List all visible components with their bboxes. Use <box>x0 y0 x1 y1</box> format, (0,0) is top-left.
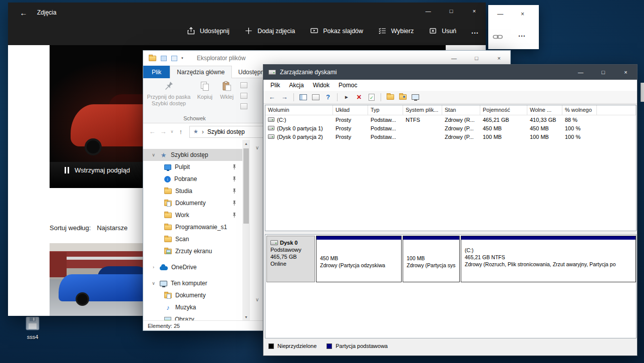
tab-home[interactable]: Narzędzia główne <box>170 66 231 78</box>
legend-label: Nieprzydzielone <box>277 343 316 349</box>
more-options-button[interactable]: ... <box>471 27 479 35</box>
delete-button[interactable]: Usuń <box>429 27 456 35</box>
share-button[interactable]: Udostępnij <box>187 27 229 35</box>
sidebar-item-programowanie-s1[interactable]: Programowanie_s1 <box>143 221 242 233</box>
sidebar-item-this-pc[interactable]: ∨ Ten komputer <box>143 277 242 289</box>
link-icon[interactable] <box>493 34 503 40</box>
minimize-button[interactable]: — <box>417 3 440 19</box>
sidebar-item-documents-pc[interactable]: Dokumenty <box>143 289 242 301</box>
table-row[interactable]: (Dysk 0 partycja 1) Prosty Podstaw... Zd… <box>265 124 636 132</box>
sort-dropdown[interactable]: Najstarsze <box>97 224 127 232</box>
diskmgmt-titlebar[interactable]: Zarządzanie dyskami — □ × <box>263 65 637 80</box>
forward-icon[interactable]: → <box>280 93 289 102</box>
sidebar-item-downloads[interactable]: ↓ Pobrane <box>143 173 242 185</box>
volume-icon <box>268 117 274 122</box>
cut-icon[interactable] <box>240 82 247 88</box>
menu-file[interactable]: Plik <box>266 80 284 90</box>
sidebar-item-studia[interactable]: Studia <box>143 185 242 197</box>
column-header[interactable]: Typ <box>368 105 403 115</box>
expander-icon[interactable]: ∨ <box>151 281 156 286</box>
add-photos-button[interactable]: Dodaj zdjęcia <box>244 27 295 35</box>
minimize-button[interactable]: — <box>443 51 465 66</box>
column-header[interactable]: Stan <box>442 105 480 115</box>
partition-recovery[interactable]: 450 MB Zdrowy (Partycja odzyskiwa <box>316 236 402 282</box>
table-row[interactable]: (C:) Prosty Podstaw... NTFS Zdrowy (R...… <box>265 115 636 124</box>
help-icon[interactable]: ? <box>324 93 333 102</box>
minimize-button[interactable]: — <box>569 65 592 80</box>
back-icon[interactable]: ← <box>16 6 31 20</box>
menu-view[interactable]: Widok <box>308 80 334 90</box>
computer-icon <box>160 281 167 286</box>
more-options-button[interactable]: ... <box>518 30 526 38</box>
qat-properties-icon[interactable] <box>161 56 167 61</box>
close-button[interactable]: × <box>463 3 486 19</box>
group-collapse-icon[interactable]: ∨ <box>255 145 259 150</box>
expander-icon[interactable]: ∨ <box>151 152 156 157</box>
sidebar-item-quick-access[interactable]: ∨ ★ Szybki dostęp <box>143 149 242 161</box>
paste-button[interactable]: Wklej <box>216 81 237 100</box>
sidebar-item-documents[interactable]: Dokumenty <box>143 197 242 209</box>
partition-system[interactable]: 100 MB Zdrowy (Partycja sys <box>403 236 460 282</box>
open-folder-icon[interactable] <box>386 93 395 102</box>
mark-partition-icon[interactable]: ✓ <box>367 93 376 102</box>
column-header[interactable]: Wolumin <box>265 105 333 115</box>
pin-to-quick-access-button[interactable]: Przypnij do paska Szybki dostęp <box>145 81 192 107</box>
breadcrumb-chevron-icon[interactable]: › <box>202 128 204 135</box>
action-pane-icon[interactable] <box>311 93 320 102</box>
maximize-button[interactable]: □ <box>465 51 488 66</box>
back-icon[interactable]: ← <box>267 93 276 102</box>
close-button[interactable]: × <box>521 11 524 18</box>
delete-volume-icon[interactable]: × <box>355 93 364 102</box>
floppy-icon <box>25 316 40 331</box>
desktop-icon-sss4[interactable]: sss4 <box>13 316 52 340</box>
table-row[interactable]: (Dysk 0 partycja 2) Prosty Podstaw... Zd… <box>265 132 636 141</box>
maximize-button[interactable]: □ <box>440 3 463 19</box>
minimize-button[interactable]: — <box>497 11 503 18</box>
scrollbar-thumb[interactable] <box>243 148 249 224</box>
sidebar-scrollbar[interactable]: ▲ ▼ <box>242 140 250 321</box>
column-header[interactable]: Układ <box>333 105 368 115</box>
photos-titlebar[interactable]: ← Zdjęcia — □ × Udostępnij Dodaj <box>8 3 486 45</box>
sidebar-item-desktop[interactable]: Pulpit <box>143 161 242 173</box>
copy-button[interactable]: Kopiuj <box>194 81 216 100</box>
sidebar-item-screenshots[interactable]: Zrzuty ekranu <box>143 245 242 257</box>
sidebar-item-onedrive[interactable]: › OneDrive <box>143 261 242 273</box>
console-tree-icon[interactable] <box>298 93 307 102</box>
column-header[interactable]: Wolne ... <box>527 105 562 115</box>
scroll-up-icon[interactable]: ▲ <box>242 140 250 148</box>
pointer-icon[interactable]: ► <box>342 93 351 102</box>
recent-locations-icon[interactable]: ∨ <box>169 129 175 134</box>
disk0-label[interactable]: Dysk 0 Podstawowy 465,75 GB Online <box>266 236 315 282</box>
qat-newfolder-icon[interactable] <box>171 56 177 61</box>
maximize-button[interactable]: □ <box>592 65 614 80</box>
column-header[interactable]: % wolnego <box>562 105 597 115</box>
group-collapse-icon[interactable]: ∨ <box>255 297 259 302</box>
close-button[interactable]: × <box>488 51 510 66</box>
column-header[interactable]: System plik... <box>403 105 442 115</box>
column-header[interactable]: Pojemność <box>480 105 527 115</box>
menu-help[interactable]: Pomoc <box>334 80 362 90</box>
close-button[interactable]: × <box>614 65 637 80</box>
copy-path-icon[interactable] <box>240 93 247 99</box>
forward-button[interactable]: → <box>158 128 169 135</box>
select-button[interactable]: Wybierz <box>378 27 414 35</box>
paste-shortcut-icon[interactable] <box>240 103 247 109</box>
edit-folder-icon[interactable] <box>398 93 407 102</box>
toolbar-separator <box>337 93 338 101</box>
sidebar-item-scan[interactable]: Scan <box>143 233 242 245</box>
slideshow-button[interactable]: Pokaz slajdów <box>310 27 363 35</box>
sidebar-item-work[interactable]: Work <box>143 209 242 221</box>
monitor-icon[interactable] <box>411 93 420 102</box>
pause-preview-button[interactable]: Wstrzymaj podgląd <box>65 166 130 174</box>
breadcrumb[interactable]: Szybki dostęp <box>207 128 245 135</box>
qat-customize-icon[interactable]: ▼ <box>181 57 184 60</box>
tab-file[interactable]: Plik <box>143 66 170 78</box>
expander-icon[interactable]: › <box>151 265 156 270</box>
back-button[interactable]: ← <box>147 128 158 135</box>
partition-c[interactable]: (C:) 465,21 GB NTFS Zdrowy (Rozruch, Pli… <box>461 236 636 282</box>
menu-action[interactable]: Akcja <box>284 80 308 90</box>
desktop-icon-label: sss4 <box>13 334 52 340</box>
up-button[interactable]: ↑ <box>175 128 186 135</box>
explorer-titlebar[interactable]: ▼ Eksplorator plików — □ × <box>143 51 510 66</box>
sidebar-item-music[interactable]: ♪ Muzyka <box>143 301 242 313</box>
